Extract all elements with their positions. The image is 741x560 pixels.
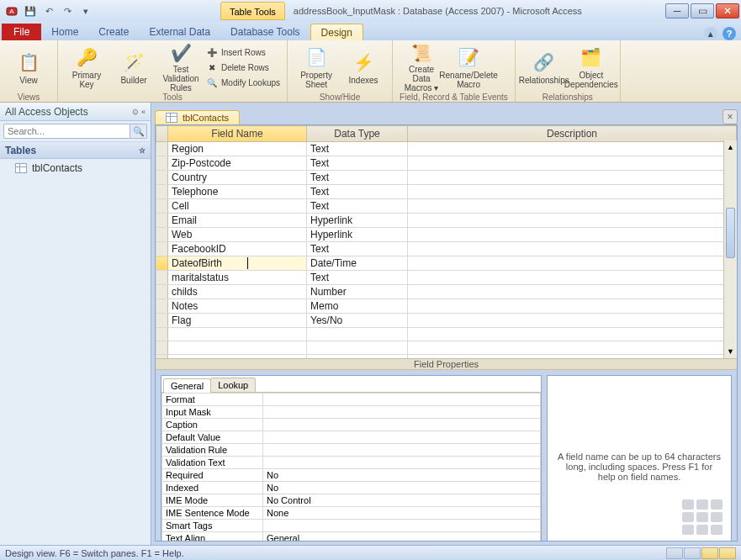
field-name-cell[interactable]: Flag xyxy=(168,314,307,328)
description-cell[interactable] xyxy=(408,271,737,285)
minimize-button[interactable]: ─ xyxy=(665,3,689,18)
vertical-scrollbar[interactable]: ▲ ▼ xyxy=(723,140,737,358)
col-field-name[interactable]: Field Name xyxy=(168,126,307,142)
search-button[interactable]: 🔍 xyxy=(130,124,147,139)
row-selector[interactable] xyxy=(156,156,168,171)
row-selector[interactable] xyxy=(156,199,168,214)
col-data-type[interactable]: Data Type xyxy=(307,126,408,142)
field-name-cell[interactable]: Country xyxy=(168,171,307,185)
data-type-cell[interactable]: Text xyxy=(307,185,408,199)
access-app-icon[interactable]: A xyxy=(3,3,20,18)
description-cell[interactable] xyxy=(408,299,737,314)
data-type-cell[interactable]: Text xyxy=(307,156,408,171)
description-cell[interactable] xyxy=(408,199,737,214)
property-row[interactable]: Smart Tags xyxy=(162,519,541,531)
row-selector[interactable] xyxy=(156,314,168,328)
table-row[interactable]: Notes Memo xyxy=(156,299,737,314)
property-row[interactable]: IndexedNo xyxy=(162,481,541,494)
row-selector[interactable] xyxy=(156,171,168,185)
description-cell[interactable] xyxy=(408,142,737,156)
property-value[interactable] xyxy=(263,443,541,456)
description-cell[interactable] xyxy=(408,171,737,185)
scroll-down-icon[interactable]: ▼ xyxy=(724,345,737,358)
row-selector[interactable] xyxy=(156,142,168,156)
view-design-button[interactable] xyxy=(666,547,683,559)
description-cell[interactable] xyxy=(408,285,737,299)
indexes-button[interactable]: ⚡Indexes xyxy=(341,42,385,92)
data-type-cell[interactable]: Number xyxy=(307,285,408,299)
document-tab-tblcontacts[interactable]: tblContacts xyxy=(155,110,240,124)
property-row[interactable]: Input Mask xyxy=(162,405,541,418)
property-row[interactable]: Validation Text xyxy=(162,456,541,468)
data-type-cell[interactable]: Text xyxy=(307,271,408,285)
view-pivotchart-button[interactable] xyxy=(719,547,736,559)
table-row[interactable]: Telephone Text xyxy=(156,185,737,199)
save-icon[interactable]: 💾 xyxy=(22,3,39,18)
property-row[interactable]: Text AlignGeneral xyxy=(162,531,541,542)
row-selector[interactable] xyxy=(156,299,168,314)
insert-rows-button[interactable]: ➕Insert Rows xyxy=(206,45,280,59)
builder-button[interactable]: 🪄Builder xyxy=(112,42,156,92)
description-cell[interactable] xyxy=(408,156,737,171)
property-sheet-button[interactable]: 📄Property Sheet xyxy=(294,42,338,92)
minimize-ribbon-icon[interactable]: ▴ xyxy=(704,27,717,40)
description-cell[interactable] xyxy=(408,314,737,328)
file-tab[interactable]: File xyxy=(2,24,41,40)
property-value[interactable]: No xyxy=(263,481,541,494)
row-selector[interactable] xyxy=(156,214,168,228)
modify-lookups-button[interactable]: 🔍Modify Lookups xyxy=(206,76,280,89)
nav-header[interactable]: All Access Objects ⊙ « xyxy=(0,103,151,121)
tab-database-tools[interactable]: Database Tools xyxy=(220,24,310,40)
property-value[interactable] xyxy=(263,405,541,418)
prop-tab-lookup[interactable]: Lookup xyxy=(210,378,256,392)
row-selector[interactable] xyxy=(156,242,168,256)
help-icon[interactable]: ? xyxy=(722,27,736,40)
data-type-cell[interactable]: Hyperlink xyxy=(307,228,408,242)
field-name-cell[interactable]: Zip-Postcode xyxy=(168,156,307,171)
nav-group-tables[interactable]: Tables☆ xyxy=(0,142,151,159)
view-datasheet-button[interactable] xyxy=(684,547,701,559)
tab-design[interactable]: Design xyxy=(310,24,363,40)
property-value[interactable] xyxy=(263,431,541,443)
property-row[interactable]: Default Value xyxy=(162,431,541,443)
nav-filter-dropdown-icon[interactable]: ⊙ « xyxy=(132,108,146,116)
close-button[interactable]: ✕ xyxy=(716,3,739,18)
field-name-cell[interactable]: Email xyxy=(168,214,307,228)
field-name-cell[interactable]: Web xyxy=(168,228,307,242)
property-row[interactable]: IME ModeNo Control xyxy=(162,494,541,506)
description-cell[interactable] xyxy=(408,256,737,271)
data-type-cell[interactable]: Memo xyxy=(307,299,408,314)
qat-more-icon[interactable]: ▾ xyxy=(77,3,94,18)
rename-delete-macro-button[interactable]: 📝Rename/Delete Macro xyxy=(447,42,490,92)
table-row[interactable]: Country Text xyxy=(156,171,737,185)
field-name-cell[interactable]: maritalstatus xyxy=(168,271,307,285)
property-value[interactable] xyxy=(263,456,541,468)
property-value[interactable]: General xyxy=(263,531,541,542)
property-row[interactable]: Validation Rule xyxy=(162,443,541,456)
property-value[interactable] xyxy=(263,393,541,405)
data-type-cell[interactable]: Date/Time xyxy=(307,256,408,271)
col-description[interactable]: Description xyxy=(408,126,737,142)
tab-create[interactable]: Create xyxy=(88,24,139,40)
table-row[interactable]: Flag Yes/No xyxy=(156,314,737,328)
property-row[interactable]: IME Sentence ModeNone xyxy=(162,506,541,519)
field-grid[interactable]: Field Name Data Type Description Region … xyxy=(156,125,737,358)
table-row[interactable]: FacebookID Text xyxy=(156,242,737,256)
row-selector[interactable] xyxy=(156,271,168,285)
table-row[interactable]: childs Number xyxy=(156,285,737,299)
view-pivot-button[interactable] xyxy=(701,547,718,559)
test-validation-button[interactable]: ✔️Test Validation Rules xyxy=(159,42,203,92)
property-row[interactable]: RequiredNo xyxy=(162,468,541,481)
description-cell[interactable] xyxy=(408,228,737,242)
table-row[interactable] xyxy=(156,328,737,341)
description-cell[interactable] xyxy=(408,214,737,228)
field-name-cell[interactable]: DateofBirth xyxy=(168,256,307,271)
scroll-up-icon[interactable]: ▲ xyxy=(724,140,737,154)
search-input[interactable] xyxy=(3,124,130,139)
row-selector[interactable] xyxy=(156,185,168,199)
redo-icon[interactable]: ↷ xyxy=(59,3,76,18)
data-type-cell[interactable]: Yes/No xyxy=(307,314,408,328)
row-selector[interactable] xyxy=(156,285,168,299)
table-row[interactable]: maritalstatus Text xyxy=(156,271,737,285)
property-row[interactable]: Caption xyxy=(162,418,541,431)
